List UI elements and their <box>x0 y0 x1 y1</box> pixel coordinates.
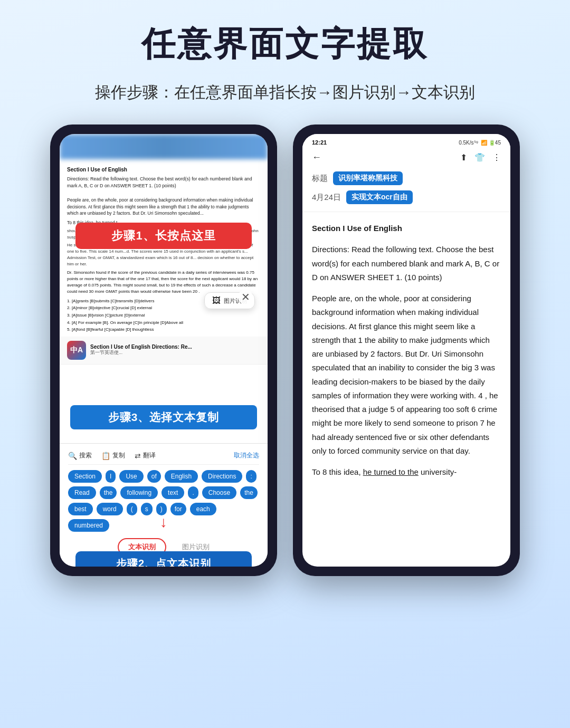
search-icon: 🔍 <box>68 452 77 460</box>
status-icons: 0.5K/s⁵ᵍ 📶 🔋45 <box>459 140 501 146</box>
right-section-title: Section I Use of English <box>312 224 402 233</box>
phones-row: Section I Use of English Directions: Rea… <box>32 124 538 576</box>
step1-overlay: 步骤1、长按点这里 <box>75 223 252 249</box>
more-icon[interactable]: ⋮ <box>492 152 501 162</box>
chip-for[interactable]: for <box>170 503 186 515</box>
right-phone-screen: 12:21 0.5K/s⁵ᵍ 📶 🔋45 ← ⬆ 👕 ⋮ 标题 识别率堪称黑科技 <box>302 134 510 567</box>
red-arrow: ↓ <box>160 514 167 531</box>
nav-right-icons: ⬆ 👕 ⋮ <box>460 152 501 162</box>
action-row: 🔍 搜索 📋 复制 ⇄ 翻译 取消全选 <box>68 451 259 465</box>
chip-word[interactable]: word <box>97 503 123 515</box>
chip-read[interactable]: Read <box>68 486 96 499</box>
chip-directions[interactable]: Directions <box>202 470 242 483</box>
chip-use[interactable]: Use <box>119 470 143 483</box>
image-icon: 🖼 <box>212 296 221 305</box>
chip-text[interactable]: text <box>162 486 184 499</box>
chip-choose[interactable]: Choose <box>202 486 236 499</box>
bottom-panel: 🔍 搜索 📋 复制 ⇄ 翻译 取消全选 <box>60 443 268 567</box>
dismiss-button[interactable]: ✕ <box>238 290 253 304</box>
right-para1: People are, on the whole, poor at consid… <box>312 292 501 458</box>
step2-label: 步骤2、点文本识别 <box>116 558 211 567</box>
chip-each[interactable]: each <box>190 503 216 515</box>
translate-label: 翻译 <box>143 451 156 460</box>
page-main-title: 任意界面文字提取 <box>141 21 429 67</box>
img-recog-btn[interactable]: 图片识别 <box>182 542 210 552</box>
back-button[interactable]: ← <box>312 152 321 163</box>
chip-dot[interactable]: . <box>188 486 198 499</box>
left-top-bar <box>60 134 268 159</box>
copy-action[interactable]: 📋 复制 <box>101 451 125 460</box>
shirt-icon[interactable]: 👕 <box>474 152 485 162</box>
right-directions: Directions: Read the following text. Cho… <box>312 243 501 284</box>
translate-icon: ⇄ <box>135 452 141 460</box>
right-status-bar: 12:21 0.5K/s⁵ᵍ 📶 🔋45 <box>302 134 510 149</box>
chip-section[interactable]: Section <box>68 470 102 483</box>
copy-icon: 📋 <box>101 452 110 460</box>
step3-label: 步骤3、选择文本复制 <box>108 411 220 423</box>
chip-open-paren[interactable]: ( <box>127 503 137 515</box>
chip-best[interactable]: best <box>68 503 93 515</box>
doc-directions: Directions: Read the following text. Cho… <box>67 176 260 189</box>
search-action[interactable]: 🔍 搜索 <box>68 451 92 460</box>
app-sub: 第一节英语使... <box>90 350 260 356</box>
para2-text: To 8 this idea, he turned to the univers… <box>312 467 457 476</box>
step3-banner: 步骤3、选择文本复制 <box>70 405 257 429</box>
chip-colon[interactable]: : <box>246 470 256 483</box>
app-info: Section I Use of English Directions: Re.… <box>90 344 260 356</box>
chip-following[interactable]: following <box>120 486 158 499</box>
right-nav-bar: ← ⬆ 👕 ⋮ <box>302 149 510 168</box>
left-phone: Section I Use of English Directions: Rea… <box>50 124 277 576</box>
app-icon-row: 中A Section I Use of English Directions: … <box>60 337 268 365</box>
translate-action[interactable]: ⇄ 翻译 <box>135 451 156 460</box>
right-content: Section I Use of English Directions: Rea… <box>302 214 510 494</box>
search-label: 搜索 <box>79 451 92 460</box>
chip-english[interactable]: English <box>165 470 198 483</box>
app-icon: 中A <box>67 341 86 360</box>
tag-2: 实现文本ocr自由 <box>346 190 413 204</box>
doc-para1: People are, on the whole, poor at consid… <box>60 189 268 337</box>
tag-1: 识别率堪称黑科技 <box>333 171 403 185</box>
chip-numbered[interactable]: numbered <box>68 519 109 532</box>
date-label: 4月24日 <box>312 193 341 203</box>
share-icon[interactable]: ⬆ <box>460 152 467 162</box>
doc-title: Section I Use of English <box>67 166 260 174</box>
left-phone-screen: Section I Use of English Directions: Rea… <box>60 134 268 567</box>
right-phone: 12:21 0.5K/s⁵ᵍ 📶 🔋45 ← ⬆ 👕 ⋮ 标题 识别率堪称黑科技 <box>293 124 520 576</box>
cancel-all-button[interactable]: 取消全选 <box>234 451 259 460</box>
label-row-2: 4月24日 实现文本ocr自由 <box>302 188 510 207</box>
app-name: Section I Use of English Directions: Re.… <box>90 344 260 350</box>
chip-the2[interactable]: the <box>240 486 258 499</box>
doc-content: Section I Use of English Directions: Rea… <box>60 159 268 189</box>
page-subtitle: 操作步骤：在任意界面单指长按→图片识别→文本识别 <box>95 82 475 103</box>
copy-label: 复制 <box>112 451 125 460</box>
chip-i[interactable]: I <box>106 470 116 483</box>
label-row: 标题 识别率堪称黑科技 <box>302 168 510 188</box>
right-para2: To 8 this idea, he turned to the univers… <box>312 465 501 479</box>
underlined-text: he turned to the <box>363 467 419 476</box>
chip-the1[interactable]: the <box>100 486 117 499</box>
step1-label: 步骤1、长按点这里 <box>111 229 215 242</box>
chip-s[interactable]: s <box>141 503 153 515</box>
label-title-text: 标题 <box>312 174 328 184</box>
status-time: 12:21 <box>312 139 327 146</box>
step2-banner: 步骤2、点文本识别 <box>75 551 252 567</box>
chip-of[interactable]: of <box>147 470 161 483</box>
